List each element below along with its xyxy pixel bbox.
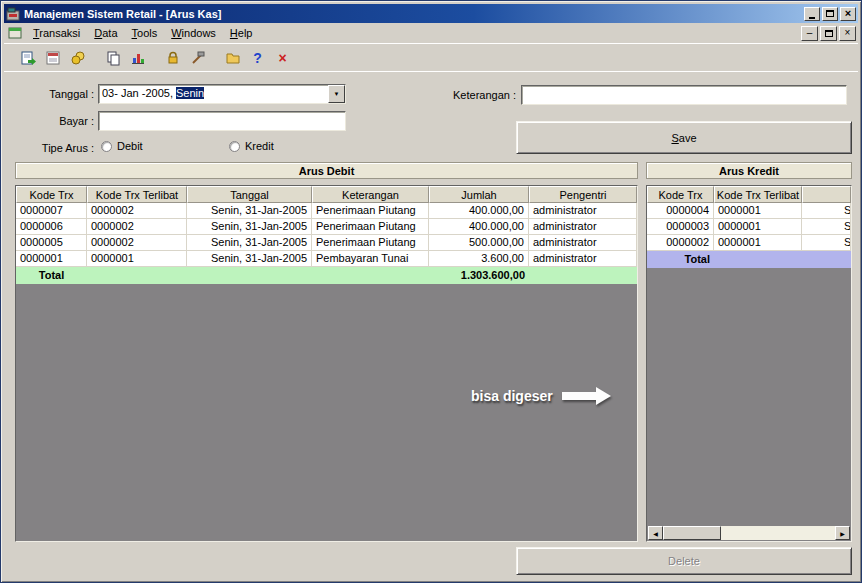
app-window: Manajemen Sistem Retail - [Arus Kas] × T…: [0, 0, 862, 583]
minimize-icon: [809, 17, 815, 19]
panel-splitter[interactable]: [638, 162, 646, 542]
empty-cell: [714, 251, 802, 268]
save-button[interactable]: Save: [516, 121, 852, 154]
scroll-left-button[interactable]: ◀: [648, 526, 663, 540]
cell-kode-trx: 0000003: [647, 219, 714, 235]
table-row[interactable]: 0000002 0000001 Se: [647, 235, 851, 251]
arus-kredit-panel: Arus Kredit Kode Trx Kode Trx Terlibat 0…: [646, 162, 852, 542]
ledger-button[interactable]: [16, 47, 39, 69]
tanggal-dropdown-button[interactable]: ▼: [328, 85, 345, 103]
menu-data[interactable]: Data: [87, 24, 124, 42]
cell-pengentri: administrator: [529, 203, 637, 219]
empty-cell: [87, 267, 187, 284]
scroll-left-icon: ◀: [653, 530, 658, 537]
tanggal-combobox[interactable]: 03- Jan -2005, Senin ▼: [98, 84, 346, 104]
cell-pengentri: administrator: [529, 251, 637, 267]
child-window-icon: [8, 26, 22, 40]
total-value: 1.303.600,00: [429, 267, 529, 284]
child-minimize-button[interactable]: –: [801, 26, 818, 41]
bayar-input[interactable]: [98, 111, 346, 131]
window-title: Manajemen Sistem Retail - [Arus Kas]: [24, 8, 802, 20]
arrow-right-icon: [562, 387, 611, 405]
report-button[interactable]: [41, 47, 64, 69]
menu-windows[interactable]: Windows: [164, 24, 223, 42]
minimize-button[interactable]: [804, 7, 820, 21]
column-header: Pengentri: [529, 186, 637, 203]
column-header: Jumlah: [429, 186, 529, 203]
debit-radio-label: Debit: [117, 140, 143, 152]
child-restore-icon: [825, 30, 833, 37]
table-row[interactable]: 0000001 0000001 Senin, 31-Jan-2005 Pemba…: [16, 251, 637, 267]
empty-cell: [187, 267, 312, 284]
delete-tool-button[interactable]: ×: [271, 47, 294, 69]
scroll-right-button[interactable]: ▶: [835, 526, 850, 540]
arus-debit-title: Arus Debit: [15, 162, 638, 179]
cell-kode-trx: 0000006: [16, 219, 87, 235]
empty-cell: [312, 267, 429, 284]
child-close-button[interactable]: ×: [839, 26, 856, 41]
table-row[interactable]: 0000006 0000002 Senin, 31-Jan-2005 Pener…: [16, 219, 637, 235]
kredit-radio[interactable]: [229, 141, 240, 152]
help-icon: ?: [253, 50, 262, 66]
chart-button[interactable]: [126, 47, 149, 69]
column-header: [802, 186, 851, 203]
cell-tanggal: Senin, 31-Jan-2005: [187, 203, 312, 219]
maximize-button[interactable]: [822, 7, 838, 21]
tanggal-label: Tanggal :: [31, 88, 94, 100]
cell-kode-trx: 0000001: [16, 251, 87, 267]
table-row[interactable]: 0000005 0000002 Senin, 31-Jan-2005 Pener…: [16, 235, 637, 251]
column-header: Kode Trx: [647, 186, 714, 203]
column-header: Kode Trx Terlibat: [87, 186, 187, 203]
app-icon: [6, 7, 20, 21]
cell-kode-trx: 0000002: [647, 235, 714, 251]
debit-radio-group: Debit: [101, 140, 143, 152]
child-restore-button[interactable]: [820, 26, 837, 41]
arus-kredit-title: Arus Kredit: [646, 162, 852, 179]
cell-keterangan: Pembayaran Tunai: [312, 251, 429, 267]
scrollbar-thumb[interactable]: [663, 526, 721, 540]
scrollbar-track[interactable]: [721, 526, 835, 540]
copy-icon: [105, 50, 121, 66]
close-icon: ×: [845, 8, 851, 19]
tools-button[interactable]: [186, 47, 209, 69]
kredit-radio-label: Kredit: [245, 140, 274, 152]
cell-kode-trx-terlibat: 0000002: [87, 203, 187, 219]
table-row[interactable]: 0000003 0000001 Se: [647, 219, 851, 235]
cell-tanggal: Senin, 31-Jan-2005: [187, 219, 312, 235]
cell-kode-trx-terlibat: 0000001: [714, 219, 802, 235]
cell-pengentri: administrator: [529, 235, 637, 251]
folder-button[interactable]: [221, 47, 244, 69]
column-header: Kode Trx: [16, 186, 87, 203]
money-button[interactable]: [66, 47, 89, 69]
table-row[interactable]: 0000004 0000001 Se: [647, 203, 851, 219]
menu-tools[interactable]: Tools: [125, 24, 165, 42]
help-button[interactable]: ?: [246, 47, 269, 69]
empty-cell: [529, 267, 637, 284]
close-button[interactable]: ×: [840, 7, 856, 21]
lock-button[interactable]: [161, 47, 184, 69]
horizontal-scrollbar[interactable]: ◀ ▶: [648, 526, 850, 540]
menu-help[interactable]: Help: [223, 24, 260, 42]
cell-jumlah: 400.000,00: [429, 219, 529, 235]
tanggal-value: 03- Jan -2005, Senin: [99, 85, 328, 103]
column-header: Kode Trx Terlibat: [714, 186, 802, 203]
cell-tanggal: Se: [802, 235, 851, 251]
cell-kode-trx: 0000005: [16, 235, 87, 251]
debit-radio[interactable]: [101, 141, 112, 152]
keterangan-input[interactable]: [521, 85, 847, 105]
arus-kredit-grid: Kode Trx Kode Trx Terlibat 0000004 00000…: [646, 185, 852, 542]
child-close-icon: ×: [845, 28, 851, 38]
kredit-total-row: Total: [647, 251, 851, 268]
total-label: Total: [647, 251, 714, 268]
delete-button[interactable]: Delete: [516, 547, 852, 575]
table-row[interactable]: 0000007 0000002 Senin, 31-Jan-2005 Pener…: [16, 203, 637, 219]
cell-kode-trx-terlibat: 0000001: [87, 251, 187, 267]
child-minimize-icon: –: [807, 28, 813, 38]
copy-button[interactable]: [101, 47, 124, 69]
column-header: Tanggal: [187, 186, 312, 203]
menu-transaksi[interactable]: Transaksi: [26, 24, 87, 42]
cell-kode-trx-terlibat: 0000001: [714, 235, 802, 251]
arus-debit-grid: Kode Trx Kode Trx Terlibat Tanggal Keter…: [15, 185, 638, 542]
title-bar[interactable]: Manajemen Sistem Retail - [Arus Kas] ×: [4, 4, 858, 23]
cell-tanggal: Se: [802, 219, 851, 235]
